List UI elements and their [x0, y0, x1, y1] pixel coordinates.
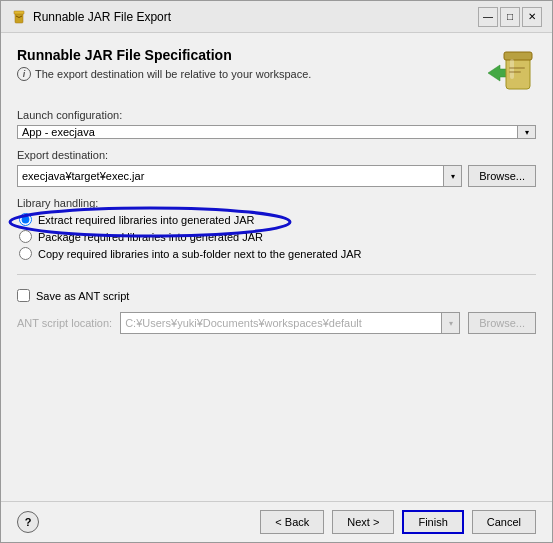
radio-extract-label: Extract required libraries into generate… [38, 214, 254, 226]
library-handling-radio-group: Extract required libraries into generate… [17, 213, 536, 260]
divider [17, 274, 536, 275]
radio-package-label: Package required libraries into generate… [38, 231, 263, 243]
dialog-title: Runnable JAR File Specification [17, 47, 311, 63]
next-button[interactable]: Next > [332, 510, 394, 534]
ant-browse-button: Browse... [468, 312, 536, 334]
save-ant-checkbox-row[interactable]: Save as ANT script [17, 289, 536, 302]
library-handling-section: Library handling: Extract required libra… [17, 197, 536, 260]
save-ant-label: Save as ANT script [36, 290, 129, 302]
close-button[interactable]: ✕ [522, 7, 542, 27]
launch-config-combo[interactable]: App - execjava ▾ [17, 125, 536, 139]
export-dest-combo[interactable]: execjava¥target¥exec.jar ▾ [17, 165, 462, 187]
dialog-subtitle: i The export destination will be relativ… [17, 67, 311, 81]
ant-script-dropdown-arrow: ▾ [441, 313, 459, 333]
library-handling-label: Library handling: [17, 197, 536, 209]
title-bar-buttons: — □ ✕ [478, 7, 542, 27]
jar-title-icon [11, 9, 27, 25]
export-dest-label: Export destination: [17, 149, 536, 161]
ant-script-label: ANT script location: [17, 317, 112, 329]
export-dest-dropdown-arrow[interactable]: ▾ [443, 166, 461, 186]
title-bar: Runnable JAR File Export — □ ✕ [1, 1, 552, 33]
spacer [17, 344, 536, 487]
save-ant-checkbox[interactable] [17, 289, 30, 302]
launch-config-section: Launch configuration: App - execjava ▾ [17, 109, 536, 139]
back-button[interactable]: < Back [260, 510, 324, 534]
title-bar-left: Runnable JAR File Export [11, 9, 171, 25]
dialog-container: Runnable JAR File Export — □ ✕ Runnable … [0, 0, 553, 543]
export-dest-section: Export destination: execjava¥target¥exec… [17, 149, 536, 187]
svg-rect-7 [509, 71, 521, 73]
maximize-button[interactable]: □ [500, 7, 520, 27]
export-dest-value: execjava¥target¥exec.jar [18, 170, 443, 182]
minimize-button[interactable]: — [478, 7, 498, 27]
dialog-body: Runnable JAR File Specification i The ex… [1, 33, 552, 501]
dialog-subtitle-text: The export destination will be relative … [35, 68, 311, 80]
title-bar-title: Runnable JAR File Export [33, 10, 171, 24]
export-dest-browse-button[interactable]: Browse... [468, 165, 536, 187]
info-icon: i [17, 67, 31, 81]
cancel-button[interactable]: Cancel [472, 510, 536, 534]
help-button[interactable]: ? [17, 511, 39, 533]
launch-config-dropdown-arrow[interactable]: ▾ [517, 126, 535, 138]
launch-config-label: Launch configuration: [17, 109, 536, 121]
launch-config-value: App - execjava [18, 126, 517, 138]
svg-rect-6 [509, 67, 525, 69]
jar-header-icon [478, 47, 536, 99]
radio-copy-input[interactable] [19, 247, 32, 260]
button-bar: ? < Back Next > Finish Cancel [1, 501, 552, 542]
dialog-header: Runnable JAR File Specification i The ex… [17, 47, 536, 99]
svg-rect-4 [504, 52, 532, 60]
radio-extract-input[interactable] [19, 213, 32, 226]
radio-copy[interactable]: Copy required libraries into a sub-folde… [19, 247, 536, 260]
radio-extract[interactable]: Extract required libraries into generate… [19, 213, 536, 226]
radio-copy-label: Copy required libraries into a sub-folde… [38, 248, 361, 260]
dialog-header-left: Runnable JAR File Specification i The ex… [17, 47, 311, 81]
ant-script-value: C:¥Users¥yuki¥Documents¥workspaces¥defau… [121, 317, 441, 329]
finish-button[interactable]: Finish [402, 510, 463, 534]
radio-package-input[interactable] [19, 230, 32, 243]
ant-script-combo: C:¥Users¥yuki¥Documents¥workspaces¥defau… [120, 312, 460, 334]
radio-package[interactable]: Package required libraries into generate… [19, 230, 536, 243]
ant-script-row: ANT script location: C:¥Users¥yuki¥Docum… [17, 312, 536, 334]
export-dest-row: execjava¥target¥exec.jar ▾ Browse... [17, 165, 536, 187]
svg-rect-1 [14, 11, 24, 14]
